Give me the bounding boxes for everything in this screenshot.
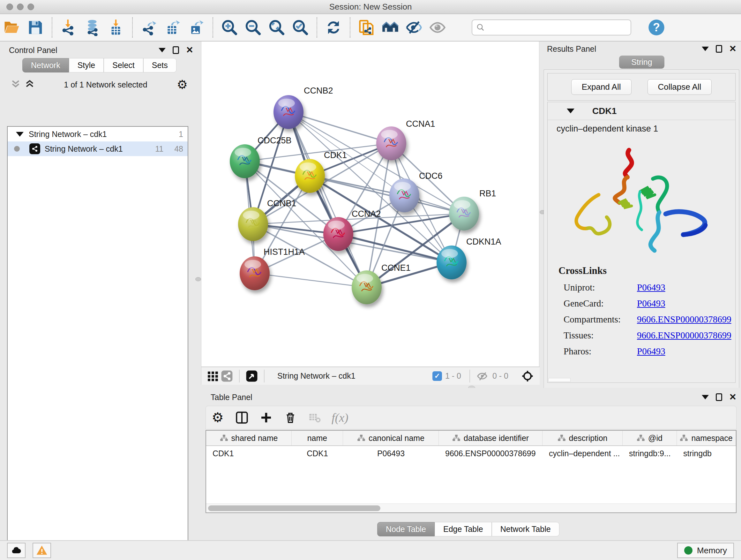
tab-select[interactable]: Select <box>104 58 143 72</box>
tissues-link[interactable]: 9606.ENSP00000378699 <box>637 330 731 341</box>
cell-namespace[interactable]: stringdb <box>677 446 736 461</box>
node-CCNA1[interactable]: CCNA1 <box>376 119 435 160</box>
table-panel-menu-icon[interactable] <box>702 395 709 399</box>
export-network-button[interactable] <box>139 17 159 37</box>
column-header-id[interactable]: @id <box>623 431 677 445</box>
edge-CCNB2-CCNA1[interactable] <box>288 112 391 143</box>
import-table-button[interactable] <box>106 17 126 37</box>
collapse-all-networks-icon[interactable] <box>25 79 35 90</box>
column-header-database-identifier[interactable]: database identifier <box>439 431 542 445</box>
collapse-all-button[interactable]: Collapse All <box>648 79 712 95</box>
refresh-button[interactable] <box>324 17 343 37</box>
node-CDKN1A[interactable]: CDKN1A <box>436 237 501 279</box>
column-header-canonical-name[interactable]: canonical name <box>343 431 439 445</box>
crosshair-icon[interactable] <box>521 369 535 383</box>
table-row[interactable]: CDK1 CDK1 P06493 9606.ENSP00000378699 cy… <box>206 446 736 461</box>
export-table-button[interactable] <box>163 17 183 37</box>
show-columns-icon[interactable] <box>234 410 249 425</box>
node-CCNE1[interactable]: CCNE1 <box>352 263 411 304</box>
close-window-button[interactable] <box>6 3 13 10</box>
save-session-button[interactable] <box>25 17 45 37</box>
network-options-gear-icon[interactable]: ⚙ <box>177 78 188 91</box>
gene-collapse-icon[interactable] <box>567 109 575 113</box>
table-panel-close-icon[interactable]: ✕ <box>729 393 737 401</box>
show-all-button[interactable] <box>428 17 448 37</box>
maximize-window-button[interactable] <box>27 3 34 10</box>
zoom-out-button[interactable] <box>243 17 263 37</box>
results-panel-menu-icon[interactable] <box>702 47 709 51</box>
collection-expand-icon[interactable] <box>16 132 23 137</box>
network-collection-row[interactable]: String Network – cdk1 1 <box>8 127 188 141</box>
left-splitter-handle[interactable] <box>195 277 201 281</box>
pharos-link[interactable]: P06493 <box>637 346 665 357</box>
tab-edge-table[interactable]: Edge Table <box>434 522 492 537</box>
column-header-shared-name[interactable]: shared name <box>206 431 292 445</box>
network-canvas[interactable]: CCNB2CCNA1CDC25BCDK1CDC6RB1CCNB1CCNA2CDK… <box>201 42 540 367</box>
cell-database-identifier[interactable]: 9606.ENSP00000378699 <box>439 446 542 461</box>
clone-network-button[interactable] <box>357 17 377 37</box>
edge-CCNE1-HIST1H1A[interactable] <box>255 273 367 287</box>
hide-selected-button[interactable] <box>404 17 424 37</box>
delete-column-icon[interactable] <box>283 410 298 425</box>
gene-header[interactable]: CDK1 <box>548 102 735 120</box>
node-HIST1H1A[interactable]: HIST1H1A <box>240 247 305 290</box>
compartments-link[interactable]: 9606.ENSP00000378699 <box>637 314 731 325</box>
table-panel-float-icon[interactable] <box>716 393 722 401</box>
network-row[interactable]: String Network – cdk1 11 48 <box>8 141 188 156</box>
node-RB1[interactable]: RB1 <box>449 189 496 231</box>
genecard-link[interactable]: P06493 <box>637 298 665 309</box>
selected-checkbox-icon[interactable]: ✓ <box>432 371 442 381</box>
cell-canonical-name[interactable]: P06493 <box>343 446 439 461</box>
memory-button[interactable]: Memory <box>677 543 734 558</box>
create-column-icon[interactable] <box>259 410 273 425</box>
results-scrollbar[interactable] <box>548 378 570 382</box>
column-header-name[interactable]: name <box>292 431 343 445</box>
control-panel-close-icon[interactable]: ✕ <box>186 46 193 55</box>
column-header-namespace[interactable]: namespace <box>677 431 736 445</box>
cell-name[interactable]: CDK1 <box>292 446 343 461</box>
cell-shared-name[interactable]: CDK1 <box>206 446 292 461</box>
birdseye-view-icon[interactable] <box>245 369 259 383</box>
results-panel-float-icon[interactable] <box>716 45 722 53</box>
scrollbar-thumb[interactable] <box>208 505 381 511</box>
import-network-file-button[interactable] <box>59 17 78 37</box>
open-session-button[interactable] <box>2 17 22 37</box>
grid-view-icon[interactable] <box>206 369 220 383</box>
zoom-in-button[interactable] <box>219 17 239 37</box>
node-CCNA2[interactable]: CCNA2 <box>323 209 381 251</box>
control-panel-menu-icon[interactable] <box>158 48 165 52</box>
zoom-selected-button[interactable] <box>290 17 310 37</box>
tab-node-table[interactable]: Node Table <box>377 522 434 537</box>
node-CCNB1[interactable]: CCNB1 <box>238 199 296 241</box>
toolbar-search <box>472 19 631 36</box>
search-input[interactable] <box>485 23 622 32</box>
minimize-window-button[interactable] <box>17 3 23 10</box>
tab-string[interactable]: String <box>619 56 664 69</box>
string-home-button[interactable] <box>381 17 400 37</box>
tab-network-table[interactable]: Network Table <box>492 522 559 537</box>
zoom-fit-button[interactable] <box>267 17 286 37</box>
table-options-gear-icon[interactable]: ⚙ <box>210 410 225 425</box>
cloud-status-button[interactable] <box>7 543 25 558</box>
help-button[interactable]: ? <box>647 17 666 37</box>
cell-description[interactable]: cyclin–dependent ... <box>542 446 623 461</box>
results-panel-close-icon[interactable]: ✕ <box>729 44 737 53</box>
collection-count: 1 <box>179 130 183 139</box>
tab-sets[interactable]: Sets <box>143 58 177 72</box>
warnings-button[interactable] <box>32 543 51 558</box>
hidden-eye-icon[interactable] <box>475 369 489 383</box>
column-tree-icon <box>680 434 688 442</box>
cell-id[interactable]: stringdb:9... <box>623 446 677 461</box>
expand-all-networks-icon[interactable] <box>11 79 20 90</box>
edge-CCNB2-CCNE1[interactable] <box>288 112 367 287</box>
network-share-icon[interactable] <box>220 369 234 383</box>
tab-style[interactable]: Style <box>69 58 104 72</box>
expand-all-button[interactable]: Expand All <box>571 79 631 95</box>
import-network-database-button[interactable] <box>82 17 102 37</box>
uniprot-link[interactable]: P06493 <box>637 282 665 293</box>
column-header-description[interactable]: description <box>542 431 623 445</box>
table-horizontal-scrollbar[interactable] <box>206 503 736 512</box>
export-image-button[interactable] <box>186 17 206 37</box>
control-panel-float-icon[interactable] <box>173 46 179 54</box>
tab-network[interactable]: Network <box>22 58 69 72</box>
